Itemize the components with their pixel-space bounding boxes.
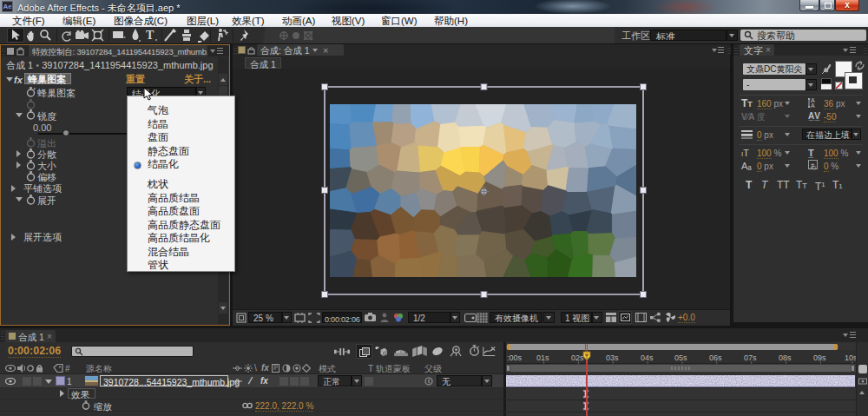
- svg-text:T: T: [146, 29, 155, 42]
- svg-text:A: A: [811, 102, 815, 109]
